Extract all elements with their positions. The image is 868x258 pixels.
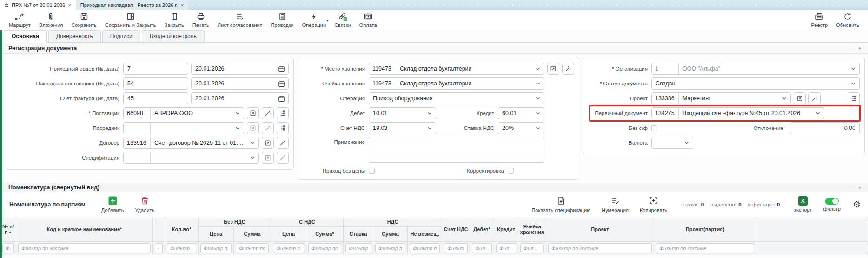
organization-combobox[interactable]: 1 ООО "Альфа" bbox=[651, 63, 860, 75]
column-header[interactable] bbox=[153, 217, 165, 241]
add-row-button[interactable]: Добавить bbox=[96, 196, 130, 213]
wand-button[interactable] bbox=[277, 152, 289, 164]
tab-power-of-attorney[interactable]: Доверенность bbox=[48, 30, 101, 42]
show-specification-button[interactable]: Показать спецификацию bbox=[526, 196, 596, 213]
credit-combobox[interactable]: 60.01 bbox=[498, 107, 544, 119]
project-combobox[interactable]: 133336 Маркетинг bbox=[651, 92, 791, 104]
approval-sheet-button[interactable]: Лист согласования bbox=[213, 11, 267, 29]
specification-combobox[interactable] bbox=[123, 152, 259, 164]
column-header[interactable]: Цена bbox=[199, 226, 234, 241]
filter-toggle[interactable]: фильтр bbox=[817, 198, 846, 212]
wand-button[interactable] bbox=[808, 92, 821, 104]
no-sf-checkbox[interactable] bbox=[651, 125, 657, 131]
column-header[interactable]: Сумма* bbox=[306, 226, 344, 241]
close-icon[interactable]: × bbox=[180, 2, 184, 8]
column-filter-input[interactable] bbox=[155, 243, 163, 253]
column-filter-input[interactable] bbox=[18, 243, 151, 253]
calendar-icon[interactable] bbox=[278, 65, 285, 72]
calendar-icon[interactable] bbox=[278, 80, 285, 87]
registration-section-header[interactable]: Регистрация документа ▲ bbox=[0, 43, 868, 54]
close-icon[interactable]: × bbox=[68, 2, 72, 8]
column-header[interactable]: Кол-во* bbox=[165, 217, 199, 241]
column-filter-input[interactable] bbox=[345, 243, 371, 253]
receipt-order-number-input[interactable] bbox=[123, 63, 188, 75]
no-price-checkbox[interactable] bbox=[369, 168, 375, 174]
nomenclature-section-header[interactable]: Номенклатура (свернутый вид) ▼ bbox=[0, 183, 868, 192]
primary-document-combobox[interactable]: 134275 Входящий счет-фактура №45 от 20.0… bbox=[651, 107, 824, 119]
close-document-button[interactable]: Закрыть bbox=[160, 11, 188, 29]
column-filter-input[interactable] bbox=[308, 243, 341, 253]
toggle-on-icon[interactable] bbox=[825, 198, 839, 205]
invoice-date-field[interactable] bbox=[191, 92, 289, 104]
vat-rate-combobox[interactable]: 20% bbox=[498, 122, 544, 134]
column-header[interactable]: Счет НДС bbox=[442, 217, 470, 241]
column-filter-input[interactable] bbox=[520, 243, 544, 253]
column-filter-input[interactable] bbox=[273, 243, 304, 253]
deviation-input[interactable] bbox=[790, 122, 860, 134]
date-input[interactable] bbox=[192, 95, 278, 102]
cont[interactable]: 133916 Счет-договор № 2025-11 от 01.11.2… bbox=[123, 137, 259, 149]
column-filter-input[interactable] bbox=[656, 243, 754, 253]
refresh-button[interactable]: Обновить bbox=[832, 11, 863, 29]
column-filter-input[interactable] bbox=[200, 243, 232, 253]
column-header[interactable]: № п/п▲ bbox=[0, 217, 16, 241]
column-filter-input[interactable] bbox=[548, 243, 652, 253]
open-card-button[interactable] bbox=[794, 92, 806, 104]
column-header[interactable]: Цена bbox=[271, 226, 306, 241]
column-header[interactable]: Ячейка хранения bbox=[518, 217, 546, 241]
column-header[interactable]: Проект(партия) bbox=[654, 217, 756, 241]
supplier-invoice-date-field[interactable] bbox=[191, 77, 289, 90]
column-header[interactable]: Код и краткое наименование* bbox=[16, 217, 153, 241]
column-filter-input[interactable] bbox=[496, 243, 516, 253]
gear-icon[interactable]: ⚙ bbox=[853, 199, 861, 210]
supplier-combobox[interactable]: 66098 АВРОРА ООО bbox=[123, 107, 244, 119]
status-combobox[interactable]: Создан bbox=[651, 77, 860, 90]
open-card-button[interactable] bbox=[262, 152, 274, 164]
payment-button[interactable]: Оплата bbox=[355, 11, 381, 29]
correction-checkbox[interactable] bbox=[508, 168, 514, 174]
open-card-button[interactable] bbox=[262, 137, 274, 149]
postings-button[interactable]: Проводки bbox=[267, 11, 298, 29]
open-card-button[interactable] bbox=[247, 107, 259, 119]
invoice-number-input[interactable] bbox=[123, 92, 188, 104]
wand-button[interactable] bbox=[262, 107, 274, 119]
hierarchy-button[interactable] bbox=[848, 92, 860, 104]
save-close-button[interactable]: Сохранить и Закрыть bbox=[101, 11, 160, 29]
open-card-button[interactable] bbox=[247, 122, 259, 134]
delete-row-button[interactable]: Удалить bbox=[129, 196, 160, 213]
column-header[interactable]: Дебет* bbox=[470, 217, 494, 241]
column-header[interactable] bbox=[756, 217, 868, 241]
tab-main[interactable]: Основная bbox=[4, 30, 47, 43]
receipt-order-date-field[interactable] bbox=[191, 63, 289, 75]
hierarchy-button[interactable] bbox=[277, 122, 289, 134]
supplier-invoice-number-input[interactable] bbox=[123, 77, 188, 90]
storage-cell-combobox[interactable]: 119473 Склад отдела бухгалтерии bbox=[369, 77, 544, 90]
date-input[interactable] bbox=[192, 65, 278, 72]
debit-combobox[interactable]: 10.01 bbox=[369, 107, 436, 119]
registry-tab[interactable]: Приходная накладная - Реестр за 2026 г. … bbox=[76, 0, 188, 10]
column-header[interactable]: Кредит bbox=[494, 217, 518, 241]
registry-button[interactable]: Реестр bbox=[807, 11, 832, 29]
column-header[interactable]: Сумма bbox=[373, 226, 408, 241]
wand-button[interactable] bbox=[262, 122, 274, 134]
wand-button[interactable] bbox=[277, 137, 289, 149]
export-button[interactable]: X экспорт bbox=[788, 196, 817, 213]
numbering-button[interactable]: Нумерация bbox=[596, 196, 634, 213]
hierarchy-button[interactable] bbox=[277, 107, 289, 119]
print-button[interactable]: Печать bbox=[188, 11, 213, 29]
column-filter-input[interactable] bbox=[167, 243, 196, 253]
column-header[interactable]: Сумма bbox=[234, 226, 271, 241]
column-header[interactable]: Проект bbox=[546, 217, 654, 241]
tab-input-control[interactable]: Входной контроль bbox=[142, 30, 205, 42]
open-card-button[interactable] bbox=[547, 63, 559, 75]
column-filter-input[interactable] bbox=[236, 243, 269, 253]
storage-combobox[interactable]: 119473 Склад отдела бухгалтерии bbox=[369, 63, 544, 75]
column-filter-input[interactable] bbox=[444, 243, 468, 253]
attachments-button[interactable]: Вложения bbox=[35, 11, 67, 29]
document-tab[interactable]: ПРХ №7 от 20.01.2026 × bbox=[0, 0, 76, 10]
column-filter-input[interactable] bbox=[2, 243, 14, 253]
save-button[interactable]: Сохранить bbox=[67, 11, 101, 29]
column-header[interactable]: Ставка bbox=[344, 226, 373, 241]
copy-button[interactable]: Копировать bbox=[634, 196, 673, 213]
column-filter-input[interactable] bbox=[410, 243, 440, 253]
